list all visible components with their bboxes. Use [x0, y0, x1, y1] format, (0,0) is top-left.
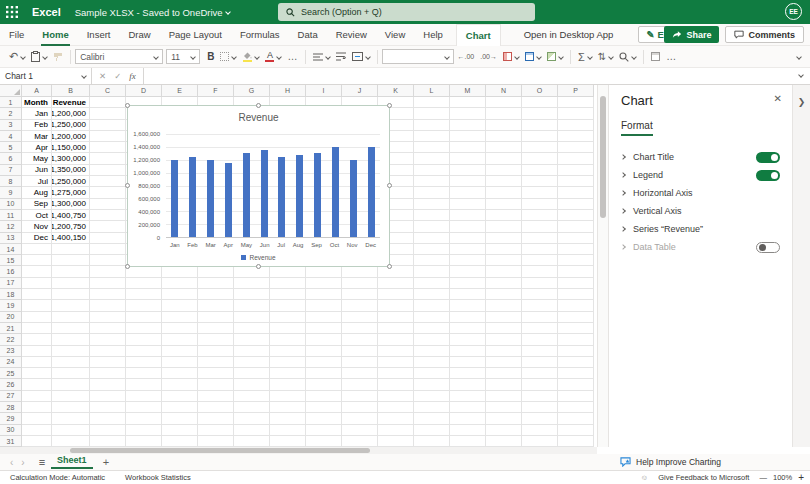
cell-F22[interactable] [198, 334, 234, 345]
cell-O16[interactable] [522, 266, 558, 277]
cell-J16[interactable] [342, 266, 378, 277]
cell-O22[interactable] [522, 334, 558, 345]
cell-O19[interactable] [522, 300, 558, 311]
cell-M1[interactable] [450, 97, 486, 108]
toggle-off[interactable] [756, 242, 780, 253]
workbook-statistics-button[interactable]: Workbook Statistics [115, 473, 201, 482]
cell-P26[interactable] [558, 379, 594, 390]
row-header-13[interactable]: 13 [0, 233, 22, 244]
cell-D18[interactable] [126, 289, 162, 300]
column-header-n[interactable]: N [486, 85, 522, 97]
name-box[interactable]: Chart 1 [0, 68, 92, 85]
cell-H30[interactable] [270, 425, 306, 436]
cell-G21[interactable] [234, 323, 270, 334]
cell-B11[interactable]: 1,400,750 [52, 210, 90, 221]
cell-M7[interactable] [450, 165, 486, 176]
cell-A12[interactable]: Nov [22, 221, 52, 232]
bar-jan[interactable] [171, 160, 178, 237]
tab-formulas[interactable]: Formulas [231, 24, 289, 46]
cell-F30[interactable] [198, 425, 234, 436]
cell-N31[interactable] [486, 436, 522, 447]
cell-J22[interactable] [342, 334, 378, 345]
cell-P9[interactable] [558, 187, 594, 198]
cell-L3[interactable] [414, 120, 450, 131]
font-size-select[interactable]: 11 [166, 49, 200, 64]
cell-M28[interactable] [450, 402, 486, 413]
cell-A17[interactable] [22, 278, 52, 289]
select-all-corner[interactable] [0, 85, 22, 97]
cell-B7[interactable]: 1,350,000 [52, 165, 90, 176]
cell-A29[interactable] [22, 413, 52, 424]
autosum-dropdown[interactable]: Σ [575, 48, 595, 66]
cell-A21[interactable] [22, 323, 52, 334]
cell-M8[interactable] [450, 176, 486, 187]
bar-apr[interactable] [225, 163, 232, 237]
cell-P1[interactable] [558, 97, 594, 108]
zoom-out-button[interactable]: — [759, 473, 767, 482]
cell-D27[interactable] [126, 391, 162, 402]
fill-color-dropdown[interactable] [239, 48, 262, 66]
cell-K17[interactable] [378, 278, 414, 289]
cell-D20[interactable] [126, 312, 162, 323]
cell-O3[interactable] [522, 120, 558, 131]
cell-M16[interactable] [450, 266, 486, 277]
cell-E23[interactable] [162, 346, 198, 357]
cell-C18[interactable] [90, 289, 126, 300]
row-header-5[interactable]: 5 [0, 142, 22, 153]
cell-F26[interactable] [198, 379, 234, 390]
row-header-15[interactable]: 15 [0, 255, 22, 266]
sort-filter-dropdown[interactable]: ⇅ [595, 48, 616, 66]
cell-K29[interactable] [378, 413, 414, 424]
cell-A9[interactable]: Aug [22, 187, 52, 198]
cell-E31[interactable] [162, 436, 198, 447]
bar-feb[interactable] [189, 157, 196, 237]
cell-D28[interactable] [126, 402, 162, 413]
cell-M19[interactable] [450, 300, 486, 311]
cell-P20[interactable] [558, 312, 594, 323]
cell-O7[interactable] [522, 165, 558, 176]
cell-D22[interactable] [126, 334, 162, 345]
cell-A16[interactable] [22, 266, 52, 277]
row-header-14[interactable]: 14 [0, 244, 22, 255]
cell-H20[interactable] [270, 312, 306, 323]
cell-H22[interactable] [270, 334, 306, 345]
cell-E28[interactable] [162, 402, 198, 413]
toolbar-overflow-button[interactable]: … [663, 48, 680, 66]
cell-M30[interactable] [450, 425, 486, 436]
cell-C21[interactable] [90, 323, 126, 334]
cell-F16[interactable] [198, 266, 234, 277]
column-header-f[interactable]: F [198, 85, 234, 97]
resize-handle-w[interactable] [125, 183, 130, 188]
cell-H18[interactable] [270, 289, 306, 300]
toggle-on[interactable] [756, 152, 780, 163]
cell-A23[interactable] [22, 346, 52, 357]
open-in-desktop-button[interactable]: Open in Desktop App [515, 24, 623, 46]
cell-A22[interactable] [22, 334, 52, 345]
cell-E25[interactable] [162, 368, 198, 379]
cell-C22[interactable] [90, 334, 126, 345]
number-format-select[interactable] [382, 49, 454, 64]
cell-P24[interactable] [558, 357, 594, 368]
cell-B13[interactable]: 1,400,150 [52, 233, 90, 244]
row-header-28[interactable]: 28 [0, 402, 22, 413]
cell-K31[interactable] [378, 436, 414, 447]
cell-I23[interactable] [306, 346, 342, 357]
panel-tab-format[interactable]: Format [621, 120, 653, 136]
cell-L10[interactable] [414, 199, 450, 210]
cell-H21[interactable] [270, 323, 306, 334]
cell-O24[interactable] [522, 357, 558, 368]
cell-J18[interactable] [342, 289, 378, 300]
cell-C16[interactable] [90, 266, 126, 277]
column-header-h[interactable]: H [270, 85, 306, 97]
column-header-e[interactable]: E [162, 85, 198, 97]
cell-G28[interactable] [234, 402, 270, 413]
row-header-12[interactable]: 12 [0, 221, 22, 232]
bar-may[interactable] [243, 153, 250, 237]
cell-N19[interactable] [486, 300, 522, 311]
column-header-c[interactable]: C [90, 85, 126, 97]
cell-P5[interactable] [558, 142, 594, 153]
cell-P12[interactable] [558, 221, 594, 232]
cell-I31[interactable] [306, 436, 342, 447]
cell-F23[interactable] [198, 346, 234, 357]
cell-M27[interactable] [450, 391, 486, 402]
